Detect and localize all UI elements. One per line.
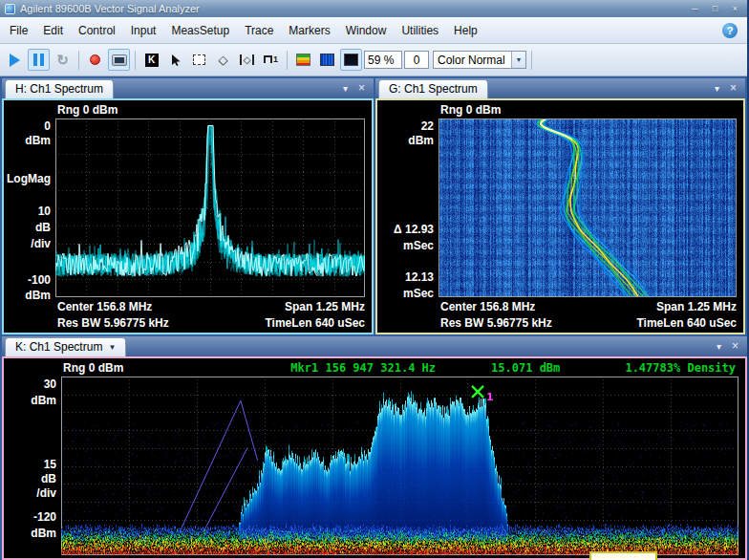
pause-icon bbox=[33, 54, 44, 66]
y-label: dBm bbox=[31, 528, 56, 539]
minimize-button[interactable]: ─ bbox=[688, 3, 702, 15]
band-marker-button[interactable]: ◇ bbox=[236, 49, 258, 71]
pause-button[interactable] bbox=[28, 49, 50, 71]
band-power-icon: 1 bbox=[264, 55, 278, 64]
y-label: dB bbox=[41, 473, 56, 485]
panel-k-tabrow: K: Ch1 Spectrum ▼ ▾ × bbox=[2, 336, 747, 356]
panel-k-plot-row: 30 dBm 15 dB /div -120 dBm bbox=[4, 377, 745, 558]
tab-g-ch1-spectrum[interactable]: G: Ch1 Spectrum bbox=[378, 79, 488, 98]
play-icon bbox=[10, 54, 20, 67]
marker-diamond-icon: ◇ bbox=[219, 54, 228, 66]
tab-k-ch1-spectrum[interactable]: K: Ch1 Spectrum ▼ bbox=[5, 337, 126, 356]
y-label: Δ 12.93 bbox=[394, 224, 434, 235]
zoom-select-button[interactable] bbox=[188, 49, 210, 71]
center-freq-readout: Center 156.8 MHz bbox=[57, 300, 152, 314]
record-icon bbox=[90, 54, 100, 65]
close-button[interactable]: × bbox=[728, 3, 742, 15]
menu-edit[interactable]: Edit bbox=[35, 21, 71, 40]
layout-k-icon: K bbox=[145, 54, 159, 67]
y-label: /div bbox=[36, 487, 56, 499]
y-label: 22 bbox=[421, 120, 434, 132]
spectrogram-view-button[interactable] bbox=[316, 49, 338, 71]
panel-g-spectrum: G: Ch1 Spectrum ▾ × Rng 0 dBm 22 dBm Δ 1… bbox=[375, 78, 745, 334]
layout-select-button[interactable]: K bbox=[140, 49, 162, 71]
span-readout: Span 1.25 MHz bbox=[656, 300, 737, 314]
menu-meassetup[interactable]: MeasSetup bbox=[163, 21, 237, 40]
panel-g-footer-2: Res BW 5.96775 kHz TimeLen 640 uSec bbox=[440, 316, 737, 331]
density-k-canvas[interactable] bbox=[61, 377, 738, 555]
select-tool-button[interactable] bbox=[164, 49, 186, 71]
y-label: 15 bbox=[44, 459, 56, 470]
maximize-button[interactable]: □ bbox=[708, 3, 722, 15]
menu-trace[interactable]: Trace bbox=[237, 21, 281, 40]
restart-button[interactable]: ↻ bbox=[52, 49, 74, 71]
panel-h-y-axis: 0 dBm LogMag 10 dB /div -100 dBm bbox=[4, 118, 55, 300]
color-scale-button[interactable] bbox=[292, 49, 314, 71]
panel-k-menu-caret-icon[interactable]: ▾ bbox=[717, 341, 721, 352]
tab-k-trace-selector-icon[interactable]: ▼ bbox=[108, 343, 116, 352]
panel-h-close-icon[interactable]: × bbox=[358, 82, 365, 94]
y-label: mSec bbox=[403, 240, 434, 251]
panel-k-spectrum: K: Ch1 Spectrum ▼ ▾ × Rng 0 dBm Mkr1 156… bbox=[2, 336, 747, 560]
menu-utilities[interactable]: Utilities bbox=[394, 21, 446, 40]
y-label: dBm bbox=[408, 135, 434, 146]
panel-g-footer-1: Center 156.8 MHz Span 1.25 MHz bbox=[440, 300, 737, 314]
spectrogram-g-canvas[interactable] bbox=[439, 118, 737, 297]
menu-markers[interactable]: Markers bbox=[281, 21, 337, 40]
chevron-down-icon[interactable]: ▼ bbox=[511, 52, 525, 68]
marker-level-readout: 15.071 dBm bbox=[491, 361, 560, 375]
app-window: Agilent 89600B Vector Signal Analyzer ─ … bbox=[0, 0, 749, 560]
panel-h-plot[interactable] bbox=[55, 118, 365, 297]
tab-h-label: H: Ch1 Spectrum bbox=[15, 82, 103, 96]
panel-g-body: Rng 0 dBm 22 dBm Δ 12.93 mSec 12.13 mSec bbox=[375, 98, 745, 334]
record-button[interactable] bbox=[84, 49, 106, 71]
menu-window[interactable]: Window bbox=[338, 21, 395, 40]
y-label: dBm bbox=[25, 135, 51, 146]
panel-k-close-icon[interactable]: × bbox=[732, 340, 738, 352]
panel-g-menu-caret-icon[interactable]: ▾ bbox=[715, 83, 719, 94]
floor-value-input[interactable] bbox=[404, 51, 429, 69]
tab-g-label: G: Ch1 Spectrum bbox=[389, 82, 478, 96]
menu-help[interactable]: Help bbox=[446, 21, 485, 40]
color-mode-select[interactable]: Color Normal ▼ bbox=[433, 51, 526, 69]
play-button[interactable] bbox=[4, 49, 26, 71]
spectrum-h-canvas[interactable] bbox=[55, 118, 365, 297]
marker-tool-button[interactable]: ◇ bbox=[212, 49, 234, 71]
titlebar: Agilent 89600B Vector Signal Analyzer ─ … bbox=[0, 0, 747, 17]
y-label: 0 bbox=[44, 120, 51, 132]
panel-g-tabrow: G: Ch1 Spectrum ▾ × bbox=[375, 78, 745, 98]
panel-h-footer-1: Center 156.8 MHz Span 1.25 MHz bbox=[57, 300, 365, 314]
toolbar-separator bbox=[78, 51, 79, 70]
player-button[interactable] bbox=[108, 49, 130, 71]
band-marker-icon: ◇ bbox=[240, 54, 255, 65]
menu-input[interactable]: Input bbox=[123, 21, 164, 40]
band-power-marker-button[interactable]: 1 bbox=[260, 49, 282, 71]
menu-file[interactable]: File bbox=[2, 21, 35, 40]
center-freq-readout: Center 156.8 MHz bbox=[440, 300, 535, 314]
window-controls: ─ □ × bbox=[688, 3, 742, 15]
transparency-percent-input[interactable] bbox=[364, 51, 402, 69]
tab-h-ch1-spectrum[interactable]: H: Ch1 Spectrum bbox=[5, 79, 114, 98]
tab-k-label: K: Ch1 Spectrum bbox=[15, 340, 102, 354]
player-icon bbox=[112, 54, 127, 66]
panel-g-close-icon[interactable]: × bbox=[730, 82, 737, 94]
y-label: -100 bbox=[28, 274, 51, 286]
panel-g-controls: ▾ × bbox=[715, 82, 745, 98]
panel-g-y-axis: 22 dBm Δ 12.93 mSec 12.13 mSec bbox=[377, 118, 439, 300]
panel-g-plot[interactable] bbox=[439, 118, 737, 297]
panel-h-range: Rng 0 dBm bbox=[57, 103, 118, 117]
help-icon[interactable]: ? bbox=[722, 23, 738, 38]
panel-k-plot[interactable] bbox=[61, 377, 738, 555]
res-bw-readout: Res BW 5.96775 kHz bbox=[57, 316, 169, 331]
cursor-arrow-icon bbox=[169, 54, 182, 67]
time-len-readout: TimeLen 640 uSec bbox=[637, 316, 738, 331]
panel-k-range: Rng 0 dBm bbox=[63, 361, 123, 375]
panel-h-spectrum: H: Ch1 Spectrum ▾ × Rng 0 dBm 0 dBm LogM… bbox=[2, 78, 374, 334]
top-panel-row: H: Ch1 Spectrum ▾ × Rng 0 dBm 0 dBm LogM… bbox=[2, 78, 745, 334]
panel-h-menu-caret-icon[interactable]: ▾ bbox=[343, 83, 348, 94]
toolbar: ↻ K ◇ ◇ 1 Color Normal ▼ bbox=[0, 44, 747, 76]
menu-control[interactable]: Control bbox=[71, 21, 123, 40]
color-palette-icon bbox=[296, 54, 310, 66]
res-bw-readout: Res BW 5.96775 kHz bbox=[440, 316, 552, 331]
density-view-button[interactable] bbox=[340, 49, 362, 71]
